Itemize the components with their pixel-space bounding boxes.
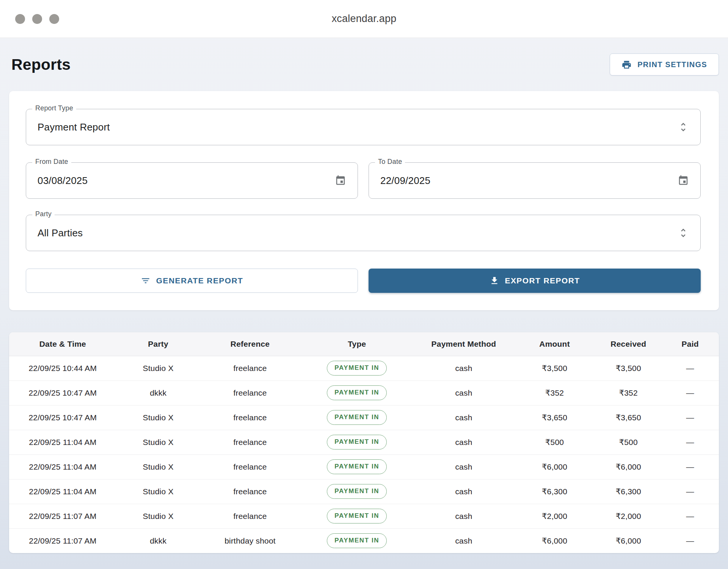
cell-paid: — bbox=[661, 479, 719, 504]
table-row: 22/09/25 10:44 AMStudio XfreelancePAYMEN… bbox=[9, 356, 719, 380]
cell-received: ₹6,300 bbox=[595, 479, 661, 504]
cell-party: Studio X bbox=[116, 405, 200, 430]
column-header-type: Type bbox=[300, 332, 414, 356]
column-header-received: Received bbox=[595, 332, 661, 356]
window-titlebar: xcalendar.app bbox=[0, 0, 728, 38]
cell-paid: — bbox=[661, 380, 719, 405]
cell-paid: — bbox=[661, 504, 719, 528]
print-settings-label: PRINT SETTINGS bbox=[637, 60, 707, 69]
payment-type-badge: PAYMENT IN bbox=[327, 459, 387, 474]
cell-amount: ₹6,000 bbox=[514, 454, 595, 479]
window-title: xcalendar.app bbox=[0, 13, 728, 25]
payments-table: Date & TimePartyReferenceTypePayment Met… bbox=[9, 332, 719, 553]
cell-reference: freelance bbox=[200, 454, 300, 479]
cell-amount: ₹3,500 bbox=[514, 356, 595, 380]
payment-type-badge: PAYMENT IN bbox=[327, 385, 387, 400]
select-arrows-icon bbox=[678, 121, 689, 133]
cell-received: ₹500 bbox=[595, 430, 661, 454]
cell-method: cash bbox=[414, 356, 514, 380]
cell-method: cash bbox=[414, 479, 514, 504]
cell-received: ₹6,000 bbox=[595, 528, 661, 553]
cell-received: ₹6,000 bbox=[595, 454, 661, 479]
cell-party: Studio X bbox=[116, 430, 200, 454]
page-title: Reports bbox=[11, 56, 71, 74]
table-row: 22/09/25 10:47 AMStudio XfreelancePAYMEN… bbox=[9, 405, 719, 430]
table-row: 22/09/25 11:07 AMdkkkbirthday shootPAYME… bbox=[9, 528, 719, 553]
to-date-value: 22/09/2025 bbox=[380, 175, 430, 187]
cell-datetime: 22/09/25 11:04 AM bbox=[9, 454, 116, 479]
main-content: Reports PRINT SETTINGS Report Type Payme… bbox=[0, 38, 728, 553]
cell-paid: — bbox=[661, 405, 719, 430]
cell-datetime: 22/09/25 11:07 AM bbox=[9, 528, 116, 553]
download-icon bbox=[490, 276, 499, 286]
report-filters-card: Report Type Payment Report From Date 03/… bbox=[9, 91, 719, 310]
cell-type: PAYMENT IN bbox=[300, 528, 414, 553]
cell-datetime: 22/09/25 10:47 AM bbox=[9, 380, 116, 405]
calendar-icon[interactable] bbox=[678, 175, 689, 186]
generate-report-label: GENERATE REPORT bbox=[156, 276, 243, 285]
cell-party: Studio X bbox=[116, 454, 200, 479]
column-header-datetime: Date & Time bbox=[9, 332, 116, 356]
to-date-label: To Date bbox=[375, 158, 405, 166]
cell-paid: — bbox=[661, 528, 719, 553]
cell-type: PAYMENT IN bbox=[300, 504, 414, 528]
window-control-dot[interactable] bbox=[32, 14, 42, 24]
from-date-input[interactable]: From Date 03/08/2025 bbox=[26, 162, 358, 199]
generate-report-button[interactable]: GENERATE REPORT bbox=[26, 269, 358, 293]
print-settings-button[interactable]: PRINT SETTINGS bbox=[610, 53, 719, 75]
report-type-select[interactable]: Report Type Payment Report bbox=[26, 109, 701, 145]
party-select[interactable]: Party All Parties bbox=[26, 215, 701, 251]
cell-type: PAYMENT IN bbox=[300, 380, 414, 405]
payment-type-badge: PAYMENT IN bbox=[327, 410, 387, 425]
cell-paid: — bbox=[661, 430, 719, 454]
cell-received: ₹2,000 bbox=[595, 504, 661, 528]
page-header: Reports PRINT SETTINGS bbox=[9, 38, 719, 91]
cell-method: cash bbox=[414, 504, 514, 528]
cell-party: Studio X bbox=[116, 356, 200, 380]
payment-type-badge: PAYMENT IN bbox=[327, 533, 387, 548]
cell-method: cash bbox=[414, 454, 514, 479]
cell-method: cash bbox=[414, 528, 514, 553]
report-type-label: Report Type bbox=[32, 104, 76, 112]
cell-amount: ₹6,000 bbox=[514, 528, 595, 553]
payment-type-badge: PAYMENT IN bbox=[327, 509, 387, 523]
cell-received: ₹3,650 bbox=[595, 405, 661, 430]
cell-reference: freelance bbox=[200, 405, 300, 430]
payments-table-card: Date & TimePartyReferenceTypePayment Met… bbox=[9, 332, 719, 553]
to-date-input[interactable]: To Date 22/09/2025 bbox=[369, 162, 701, 199]
cell-party: Studio X bbox=[116, 479, 200, 504]
cell-type: PAYMENT IN bbox=[300, 479, 414, 504]
cell-party: Studio X bbox=[116, 504, 200, 528]
cell-received: ₹3,500 bbox=[595, 356, 661, 380]
column-header-method: Payment Method bbox=[414, 332, 514, 356]
party-label: Party bbox=[32, 210, 55, 218]
column-header-amount: Amount bbox=[514, 332, 595, 356]
window-control-dot[interactable] bbox=[49, 14, 59, 24]
column-header-party: Party bbox=[116, 332, 200, 356]
cell-reference: freelance bbox=[200, 380, 300, 405]
cell-party: dkkk bbox=[116, 528, 200, 553]
window-controls bbox=[15, 14, 59, 24]
cell-reference: birthday shoot bbox=[200, 528, 300, 553]
cell-amount: ₹3,650 bbox=[514, 405, 595, 430]
calendar-icon[interactable] bbox=[335, 175, 346, 186]
cell-amount: ₹500 bbox=[514, 430, 595, 454]
table-row: 22/09/25 11:04 AMStudio XfreelancePAYMEN… bbox=[9, 430, 719, 454]
party-value: All Parties bbox=[38, 227, 83, 239]
cell-datetime: 22/09/25 11:07 AM bbox=[9, 504, 116, 528]
export-report-label: EXPORT REPORT bbox=[505, 276, 580, 285]
table-row: 22/09/25 10:47 AMdkkkfreelancePAYMENT IN… bbox=[9, 380, 719, 405]
cell-amount: ₹2,000 bbox=[514, 504, 595, 528]
cell-method: cash bbox=[414, 380, 514, 405]
cell-reference: freelance bbox=[200, 504, 300, 528]
cell-paid: — bbox=[661, 454, 719, 479]
window-control-dot[interactable] bbox=[15, 14, 25, 24]
report-type-value: Payment Report bbox=[38, 121, 110, 133]
cell-datetime: 22/09/25 11:04 AM bbox=[9, 430, 116, 454]
cell-type: PAYMENT IN bbox=[300, 454, 414, 479]
cell-reference: freelance bbox=[200, 356, 300, 380]
export-report-button[interactable]: EXPORT REPORT bbox=[369, 269, 701, 293]
cell-type: PAYMENT IN bbox=[300, 356, 414, 380]
cell-datetime: 22/09/25 10:47 AM bbox=[9, 405, 116, 430]
printer-icon bbox=[621, 60, 632, 70]
